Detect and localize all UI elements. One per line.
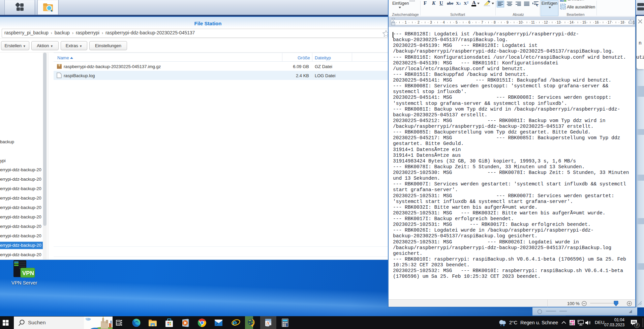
svg-text:¶: ¶ (536, 3, 538, 7)
svg-text:A: A (266, 320, 270, 325)
svg-text:VPN: VPN (22, 270, 34, 276)
